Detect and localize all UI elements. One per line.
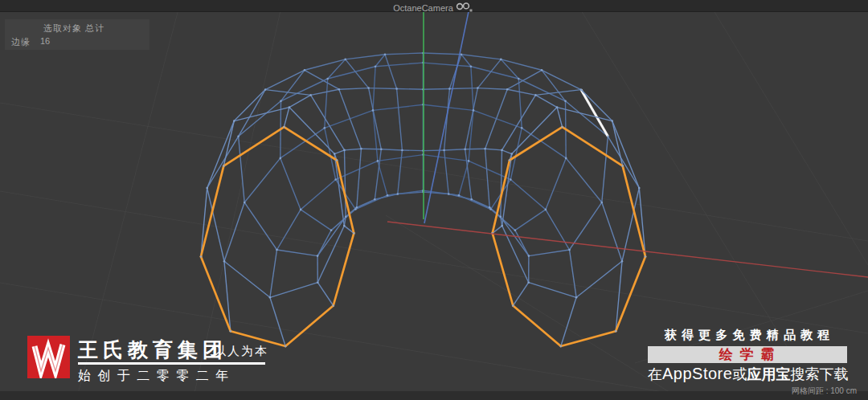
mesh-vertex [343,149,346,152]
mesh-edge [522,128,566,158]
mesh-vertex [397,193,399,195]
mesh-edge [542,70,565,101]
mesh-edge [334,150,344,154]
mesh-vertex [511,153,514,155]
selected-edge-loop [334,233,354,305]
mesh-edge [602,202,622,261]
mesh-edge [317,283,333,306]
mesh-vertex [500,216,502,218]
promo-line: 获 得 更 多 免 费 精 品 教 程 [648,328,847,343]
mesh-vertex [356,206,358,209]
mesh-vertex [353,232,355,235]
mesh-vertex [470,198,473,201]
mesh-edge [465,88,478,149]
mesh-edge [515,210,546,231]
mesh-vertex [564,100,567,103]
mesh-edge [317,226,344,283]
mesh-vertex [334,178,337,181]
viewport[interactable]: 透视视图 OctaneCamera 选取对象 总计 边缘 16 网格间距 : 1… [0,0,868,400]
camera-icon[interactable] [456,2,475,16]
download-mid: 或 [732,366,747,382]
mesh-edge [280,158,301,210]
mesh-edge [424,53,462,55]
mesh-edge [570,250,577,297]
mesh-edge [471,67,518,79]
mesh-vertex [501,149,503,152]
mesh-vertex [560,345,563,348]
mesh-vertex [509,159,511,161]
mesh-vertex [375,66,377,68]
mesh-edge [424,155,469,161]
mesh-vertex [344,59,346,61]
mesh-vertex [374,198,376,201]
selection-panel-title: 选取对象 总计 [43,22,104,35]
mesh-edge [375,194,398,200]
mesh-edge [424,63,471,67]
mesh-edge [485,89,508,149]
mesh-vertex [380,149,383,151]
grid-line [707,0,868,265]
mesh-edge [501,59,542,70]
mesh-edge [270,283,317,298]
mesh-vertex [401,149,403,152]
mesh-edge [546,158,566,210]
camera-name-label[interactable]: OctaneCamera [393,3,453,13]
camera-label-wrap: OctaneCamera [0,0,868,16]
mesh-vertex [317,255,319,257]
mesh-vertex [545,209,547,211]
grid-line [0,103,868,241]
mesh-vertex [568,249,571,251]
mesh-edge [375,149,381,200]
mesh-vertex [360,148,362,150]
mesh-vertex [601,202,604,204]
mesh-edge [281,70,305,101]
selected-edge-loop [493,233,514,305]
mesh-vertex [324,127,326,129]
selected-edge-loop [510,127,563,160]
mesh-vertex [206,187,208,190]
mesh-edge [608,137,639,188]
mesh-vertex [332,304,334,307]
mesh-vertex [384,53,387,55]
mesh-vertex [285,345,287,348]
mesh-edge [277,250,318,256]
mesh-edge [207,137,239,188]
mesh-edge [513,283,528,306]
mesh-vertex [309,94,312,96]
mesh-edge [357,149,362,207]
mesh-vertex [645,255,647,258]
mesh-vertex [518,78,520,80]
mesh-edge [398,150,403,194]
mesh-edge [385,53,424,55]
mesh-edge [502,150,512,154]
mesh-vertex [484,148,486,150]
mesh-vertex [283,126,285,129]
watermark-divider [78,362,265,365]
mesh-vertex [621,260,624,263]
mesh-vertex [464,149,466,151]
mesh-edge [244,158,280,202]
wangshi-logo [27,336,70,382]
mesh-vertex [326,78,329,80]
mesh-vertex [565,157,567,160]
mesh-vertex [477,87,479,89]
mesh-edge [557,108,563,128]
download-prefix: 在 [648,366,662,382]
mesh-vertex [470,66,473,68]
mesh-vertex [489,208,492,210]
watermark-company: 王氏教育集团 [78,337,227,363]
mesh-vertex [443,149,445,152]
mesh-edge [448,194,472,200]
mesh-vertex [458,194,461,197]
mesh-edge [346,55,385,59]
mesh-edge [345,150,346,217]
mesh-edge [317,231,331,256]
mesh-edge [375,63,423,67]
selected-edge-loop [561,331,616,346]
grid-spacing-label: 网格间距 : 100 cm [792,386,857,397]
mesh-edge [510,180,546,210]
mesh-vertex [615,330,617,333]
mesh-vertex [367,87,370,89]
mesh-vertex [289,106,291,108]
selected-edge-loop [616,257,645,332]
